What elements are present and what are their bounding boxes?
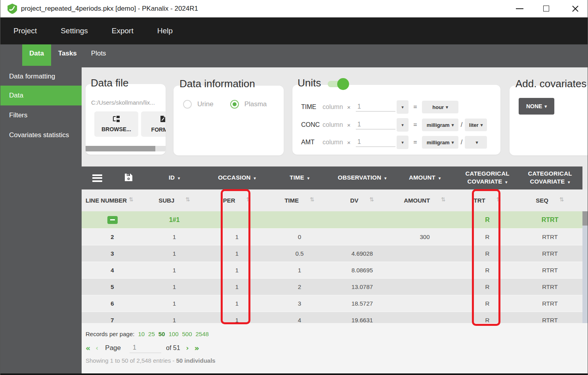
column-header-subj[interactable]: SUBJ⇅ [143, 189, 206, 211]
scrollbar-thumb[interactable] [86, 146, 155, 151]
plasma-radio[interactable] [230, 100, 239, 109]
records-per-page-option[interactable]: 500 [182, 331, 192, 337]
column-type-dropdown[interactable]: ID ▾ [143, 166, 206, 189]
last-page-button[interactable]: » [195, 344, 199, 352]
column-type-label: AMOUNT [409, 174, 435, 181]
browse-tree-icon [113, 116, 120, 124]
first-page-button[interactable]: « [86, 344, 90, 352]
table-cell: 4 [268, 312, 331, 323]
column-type-dropdown[interactable]: TIME ▾ [268, 166, 331, 189]
sort-icon[interactable]: ⇅ [559, 196, 564, 203]
table-group-row[interactable]: 1#1 R RTRT [82, 211, 582, 229]
records-per-page-option[interactable]: 100 [168, 331, 178, 337]
amt-unit-select[interactable]: milligram▾ [422, 136, 458, 149]
amt-factor-input[interactable] [356, 138, 395, 147]
close-button[interactable] [564, 0, 587, 17]
caret-down-icon: ▾ [401, 122, 404, 128]
sort-icon[interactable]: ⇅ [129, 196, 134, 203]
page-input[interactable] [130, 343, 161, 353]
toggle-knob [337, 78, 349, 90]
column-header-label: LINE NUMBER [86, 197, 127, 204]
table-row[interactable]: 511213.0787RRTRT [82, 279, 582, 295]
sidebar-item-covariates-statistics[interactable]: Covariates statistics [0, 125, 82, 145]
time-unit-select[interactable]: hour▾ [422, 101, 458, 113]
caret-down-icon: ▾ [383, 176, 386, 180]
sidebar-item-filters[interactable]: Filters [0, 105, 82, 125]
records-per-page-option[interactable]: 10 [138, 331, 145, 337]
column-header-seq[interactable]: SEQ⇅ [519, 189, 581, 211]
table-row[interactable]: 41118.08695RRTRT [82, 262, 582, 279]
tab-plots[interactable]: Plots [84, 44, 113, 66]
records-per-page: Records per page: 1025501005002548 [86, 331, 209, 337]
column-header-time[interactable]: TIME⇅ [268, 189, 331, 211]
records-per-page-option[interactable]: 50 [158, 331, 165, 337]
column-type-dropdown[interactable]: AMOUNT ▾ [393, 166, 456, 189]
table-row[interactable]: 611318.5727RRTRT [82, 295, 582, 312]
add-covariates-none-dropdown[interactable]: NONE ▾ [519, 98, 554, 115]
data-file-panel: C:/Users/skollmann/lix... BROWSE... FORM… [86, 84, 166, 155]
amt-denominator-select[interactable]: ▾ [465, 136, 487, 149]
column-header-amount[interactable]: AMOUNT⇅ [393, 189, 456, 211]
window-bottom-edge [0, 373, 588, 375]
conc-unit-select[interactable]: milligram▾ [422, 119, 458, 131]
sidebar-item-data[interactable]: Data [0, 86, 82, 105]
amt-factor-dropdown[interactable]: ▾ [397, 136, 409, 149]
format-button[interactable]: FORMAT [141, 111, 166, 137]
browse-button[interactable]: BROWSE... [94, 111, 138, 137]
save-icon[interactable] [125, 174, 132, 183]
records-per-page-option[interactable]: 2548 [196, 331, 209, 337]
table-cell: 2 [82, 229, 143, 245]
urine-radio[interactable] [183, 100, 192, 109]
maximize-button[interactable] [535, 0, 558, 17]
table-cell [393, 312, 456, 323]
table-cell: 300 [393, 229, 456, 245]
next-page-button[interactable]: › [186, 344, 189, 352]
caret-down-icon: ▾ [401, 105, 404, 110]
units-toggle[interactable] [328, 80, 348, 88]
tab-data[interactable]: Data [22, 44, 51, 66]
tab-tasks[interactable]: Tasks [51, 44, 84, 66]
prev-page-button[interactable]: ‹ [95, 344, 98, 352]
conc-factor-input[interactable] [356, 120, 395, 130]
minimize-button[interactable] [508, 0, 531, 17]
conc-factor-dropdown[interactable]: ▾ [397, 118, 409, 132]
column-type-dropdown[interactable]: OCCASION ▾ [206, 166, 268, 189]
column-type-dropdown[interactable]: CATEGORICAL COVARIATE ▾ [519, 166, 581, 189]
horizontal-scrollbar[interactable] [86, 146, 166, 151]
vertical-scrollbar[interactable] [582, 211, 588, 323]
table-row[interactable]: 2110300RRTRT [82, 229, 582, 245]
table-cell [393, 279, 456, 295]
tab-strip: DataTasksPlots [22, 44, 113, 67]
time-factor-input[interactable] [356, 102, 395, 112]
time-factor-dropdown[interactable]: ▾ [397, 100, 409, 114]
sort-icon[interactable]: ⇅ [310, 196, 315, 203]
conc-denominator-select[interactable]: liter▾ [465, 119, 487, 131]
column-header-dv[interactable]: DV⇅ [331, 189, 393, 211]
maximize-icon [543, 6, 549, 11]
column-word: column [323, 139, 347, 146]
menu-item-settings[interactable]: Settings [61, 27, 88, 35]
menu-item-help[interactable]: Help [157, 27, 173, 35]
highlight-box-trt-column [472, 189, 500, 326]
sidebar-item-data-formatting[interactable]: Data formatting [0, 67, 82, 86]
column-type-dropdown[interactable]: OBSERVATION ▾ [331, 166, 393, 189]
column-type-dropdown[interactable]: CATEGORICAL COVARIATE ▾ [456, 166, 519, 189]
menu-item-project[interactable]: Project [13, 27, 37, 35]
table-row[interactable]: 3110.54.69028RRTRT [82, 245, 582, 262]
table-cell [82, 211, 143, 228]
caret-down-icon: ▾ [452, 140, 454, 145]
column-header-line-number[interactable]: LINE NUMBER⇅ [82, 189, 143, 211]
collapse-row-button[interactable] [107, 216, 118, 224]
sort-icon[interactable]: ⇅ [370, 196, 374, 203]
menu-item-export[interactable]: Export [112, 27, 134, 35]
table-cell: RTRT [519, 295, 581, 312]
page-count-label: of 51 [166, 344, 180, 352]
table-cell: 18.5727 [331, 295, 393, 312]
records-per-page-option[interactable]: 25 [148, 331, 155, 337]
table-cell [393, 262, 456, 278]
table-row[interactable]: 711419.6631RRTRT [82, 312, 582, 323]
sort-icon[interactable]: ⇅ [185, 196, 190, 203]
hamburger-menu-icon[interactable] [92, 174, 102, 182]
sort-icon[interactable]: ⇅ [441, 196, 446, 203]
scrollbar-thumb[interactable] [582, 211, 588, 226]
